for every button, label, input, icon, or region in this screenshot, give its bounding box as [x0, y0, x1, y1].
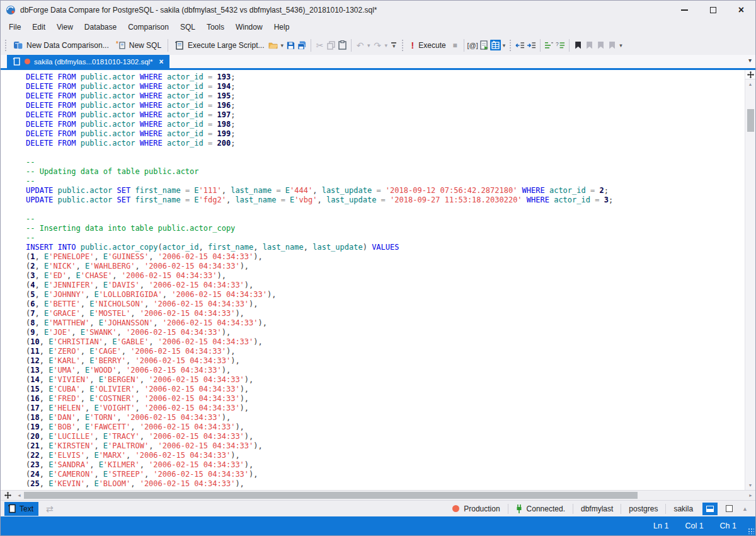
code-line: (23, E'SANDRA', E'KILMER', '2006-02-15 0…	[26, 460, 745, 470]
horizontal-scrollbar-track[interactable]	[24, 492, 746, 499]
new-sql-button[interactable]: * New SQL	[113, 38, 164, 52]
sql-editor[interactable]: DELETE FROM public.actor WHERE actor_id …	[1, 70, 745, 490]
format-document-button[interactable]	[544, 40, 554, 50]
code-line: -- Inserting data into table public.acto…	[26, 224, 745, 233]
code-line: (12, E'KARL', E'BERRY', '2006-02-15 04:3…	[26, 356, 745, 366]
horizontal-scrollbar[interactable]: ◄ ►	[1, 490, 755, 500]
code-line: UPDATE public.actor SET first_name = E'f…	[26, 195, 745, 205]
vertical-scrollbar-thumb[interactable]	[747, 109, 754, 132]
tab-sakila-script[interactable]: sakila (dbfmylas...0181010-1302.sql* ×	[7, 55, 169, 68]
decrease-indent-button[interactable]	[515, 40, 525, 50]
menu-item-file[interactable]: File	[3, 20, 26, 35]
splitter-handle-icon[interactable]	[745, 70, 755, 79]
parameters-icon: [@]	[467, 42, 478, 49]
cut-button[interactable]: ✂	[314, 40, 325, 50]
toolbar-grip-handle[interactable]	[4, 39, 8, 52]
user-cell[interactable]: postgres	[621, 501, 665, 516]
previous-bookmark-button[interactable]	[584, 40, 595, 50]
close-button[interactable]: ×	[727, 1, 755, 19]
script-document-button[interactable]	[479, 40, 490, 50]
minimize-button[interactable]	[670, 1, 699, 19]
menu-bar: FileEditViewDatabaseComparisonSQLToolsWi…	[1, 19, 755, 35]
redo-dropdown-icon[interactable]: ▾	[384, 42, 389, 49]
code-line: (5, E'JOHNNY', E'LOLLOBRIGIDA', '2006-02…	[26, 290, 745, 300]
results-pane-icon	[706, 506, 714, 512]
collapse-panel-icon[interactable]: ▲	[738, 506, 752, 512]
menu-item-tools[interactable]: Tools	[201, 20, 230, 35]
redo-icon: ↷	[374, 41, 381, 50]
code-line: DELETE FROM public.actor WHERE actor_id …	[26, 101, 745, 110]
paste-button[interactable]	[337, 40, 348, 50]
code-line: DELETE FROM public.actor WHERE actor_id …	[26, 110, 745, 120]
window-resize-grip[interactable]	[748, 528, 754, 534]
copy-button[interactable]	[326, 40, 336, 50]
vertical-scrollbar-track[interactable]	[745, 89, 755, 481]
results-mode-dropdown-icon[interactable]: ▾	[501, 42, 507, 49]
connection-state-cell[interactable]: Connected.	[508, 501, 573, 516]
next-bookmark-button[interactable]	[595, 40, 606, 50]
editor-area: DELETE FROM public.actor WHERE actor_id …	[1, 70, 755, 490]
execute-to-grid-button[interactable]	[490, 40, 501, 50]
scroll-up-icon[interactable]: ▲	[748, 79, 753, 89]
bookmarks-dropdown-icon[interactable]: ▾	[618, 42, 624, 49]
horizontal-scrollbar-thumb[interactable]	[24, 492, 638, 499]
save-button[interactable]	[285, 40, 296, 50]
clear-bookmarks-button[interactable]	[607, 40, 617, 50]
new-data-comparison-button[interactable]: New Data Comparison...	[10, 38, 112, 52]
toolbar-grip-handle[interactable]	[509, 39, 512, 52]
execute-button[interactable]: ! Execute	[407, 38, 449, 52]
toolbar-separator	[311, 39, 311, 52]
save-all-button[interactable]	[297, 40, 307, 50]
menu-item-comparison[interactable]: Comparison	[122, 20, 175, 35]
code-line: (20, E'LUCILLE', E'TRACY', '2006-02-15 0…	[26, 432, 745, 441]
environment-category-cell[interactable]: Production	[445, 501, 507, 516]
h-splitter-handle-icon[interactable]	[1, 491, 14, 500]
code-line: (25, E'KEVIN', E'BLOOM', '2006-02-15 04:…	[26, 479, 745, 489]
database-label: sakila	[673, 504, 693, 513]
code-line: DELETE FROM public.actor WHERE actor_id …	[26, 120, 745, 129]
menu-item-window[interactable]: Window	[230, 20, 268, 35]
code-line: (19, E'BOB', E'FAWCETT', '2006-02-15 04:…	[26, 422, 745, 432]
execute-exclamation-icon: !	[410, 40, 416, 50]
scroll-left-icon[interactable]: ◄	[14, 493, 24, 498]
toggle-bookmark-button[interactable]	[573, 40, 583, 50]
redo-button[interactable]: ↷	[372, 40, 383, 50]
increase-indent-button[interactable]	[526, 40, 537, 50]
previous-bookmark-icon	[587, 42, 592, 49]
open-file-dropdown-icon[interactable]: ▾	[279, 42, 285, 49]
tab-list-dropdown-icon[interactable]: ▾	[748, 57, 752, 64]
database-cell[interactable]: sakila	[666, 501, 701, 516]
vertical-scrollbar[interactable]: ▲ ▼	[745, 70, 755, 490]
text-view-button[interactable]: Text	[4, 502, 38, 516]
execute-large-script-button[interactable]: Execute Large Script...	[171, 38, 267, 52]
menu-item-edit[interactable]: Edit	[26, 20, 51, 35]
maximize-button[interactable]	[699, 1, 727, 19]
toolbar-separator	[168, 39, 168, 52]
server-cell[interactable]: dbfmylast	[573, 501, 621, 516]
swap-sources-icon[interactable]: ⇄	[46, 504, 54, 514]
toggle-results-pane-button[interactable]	[702, 503, 718, 515]
window-title: dbForge Data Compare for PostgreSQL - sa…	[20, 6, 666, 15]
tab-close-icon[interactable]: ×	[157, 57, 164, 66]
toolbar-overflow-icon[interactable]: ▾	[389, 41, 399, 49]
menu-item-sql[interactable]: SQL	[175, 20, 201, 35]
edit-parameters-button[interactable]: [@]	[467, 40, 478, 50]
menu-item-help[interactable]: Help	[268, 20, 295, 35]
close-icon: ×	[738, 5, 744, 15]
code-line: (4, E'JENNIFER', E'DAVIS', '2006-02-15 0…	[26, 281, 745, 290]
server-label: dbfmylast	[581, 504, 613, 513]
tab-label: sakila (dbfmylas...0181010-1302.sql*	[34, 58, 153, 66]
toolbar-grip-handle[interactable]	[401, 39, 404, 52]
scroll-down-icon[interactable]: ▼	[748, 481, 753, 490]
toggle-full-view-button[interactable]	[721, 503, 736, 515]
menu-item-database[interactable]: Database	[79, 20, 122, 35]
undo-dropdown-icon[interactable]: ▾	[366, 42, 372, 49]
modified-indicator-dot	[25, 59, 30, 64]
stop-execution-button[interactable]: ■	[450, 40, 461, 50]
undo-button[interactable]: ↶	[355, 40, 365, 50]
format-selection-button[interactable]: ?	[555, 40, 566, 50]
open-file-button[interactable]	[268, 40, 278, 50]
scroll-right-icon[interactable]: ►	[746, 493, 755, 498]
database-compare-icon	[13, 40, 23, 50]
menu-item-view[interactable]: View	[51, 20, 79, 35]
